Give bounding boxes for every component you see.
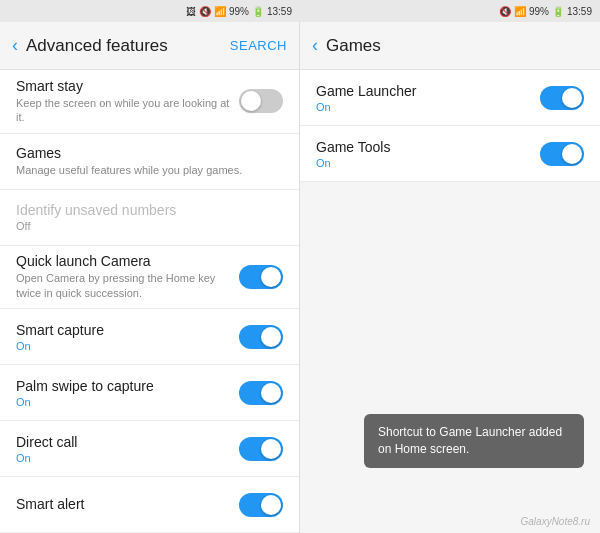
palm-swipe-text: Palm swipe to capture On (16, 378, 231, 408)
game-launcher-text: Game Launcher On (316, 83, 532, 113)
smart-alert-title: Smart alert (16, 496, 231, 512)
smart-capture-thumb (261, 327, 281, 347)
smart-stay-text: Smart stay Keep the screen on while you … (16, 78, 231, 125)
right-panel-content: Game Launcher On Game Tools On (300, 70, 600, 533)
status-bar-right: 🔇 📶 99% 🔋 13:59 (300, 0, 600, 22)
right-signal-icons: 🔇 📶 99% (499, 6, 549, 17)
right-panel: ‹ Games Game Launcher On Game Tools On (300, 22, 600, 533)
game-tools-text: Game Tools On (316, 139, 532, 169)
panels: ‹ Advanced features SEARCH Smart stay Ke… (0, 22, 600, 533)
game-tools-status: On (316, 157, 532, 169)
left-time: 13:59 (267, 6, 292, 17)
left-panel-title: Advanced features (26, 36, 230, 56)
watermark: GalaxyNote8.ru (521, 516, 590, 527)
palm-swipe-status: On (16, 396, 231, 408)
settings-item-identify-unsaved: Identify unsaved numbers Off (0, 190, 299, 246)
quick-launch-text: Quick launch Camera Open Camera by press… (16, 253, 231, 300)
smart-stay-desc: Keep the screen on while you are looking… (16, 96, 231, 125)
right-time: 13:59 (567, 6, 592, 17)
palm-swipe-toggle[interactable] (239, 381, 283, 405)
palm-swipe-thumb (261, 383, 281, 403)
settings-item-game-tools[interactable]: Game Tools On (300, 126, 600, 182)
game-launcher-thumb (562, 88, 582, 108)
status-bar: 🖼 🔇 📶 99% 🔋 13:59 🔇 📶 99% 🔋 13:59 (0, 0, 600, 22)
identify-unsaved-status: Off (16, 220, 283, 232)
settings-item-smart-alert[interactable]: Smart alert (0, 477, 299, 533)
smart-alert-toggle[interactable] (239, 493, 283, 517)
games-text: Games Manage useful features while you p… (16, 145, 283, 177)
right-status-icons: 🔇 📶 99% 🔋 13:59 (499, 6, 592, 17)
left-status-icons: 🖼 🔇 📶 99% 🔋 13:59 (186, 6, 292, 17)
games-desc: Manage useful features while you play ga… (16, 163, 283, 177)
settings-item-direct-call[interactable]: Direct call On (0, 421, 299, 477)
smart-capture-status: On (16, 340, 231, 352)
left-battery: 🔋 (252, 6, 264, 17)
identify-unsaved-title: Identify unsaved numbers (16, 202, 283, 218)
right-panel-title: Games (326, 36, 588, 56)
left-signal-icons: 🔇 📶 99% (199, 6, 249, 17)
quick-launch-toggle[interactable] (239, 265, 283, 289)
identify-unsaved-text: Identify unsaved numbers Off (16, 202, 283, 232)
direct-call-thumb (261, 439, 281, 459)
settings-item-palm-swipe[interactable]: Palm swipe to capture On (0, 365, 299, 421)
screenshot-icon: 🖼 (186, 6, 196, 17)
smart-capture-text: Smart capture On (16, 322, 231, 352)
game-tools-toggle[interactable] (540, 142, 584, 166)
direct-call-status: On (16, 452, 231, 464)
settings-item-smart-stay[interactable]: Smart stay Keep the screen on while you … (0, 70, 299, 134)
games-title: Games (16, 145, 283, 161)
right-back-button[interactable]: ‹ (312, 35, 318, 56)
quick-launch-thumb (261, 267, 281, 287)
game-launcher-title: Game Launcher (316, 83, 532, 99)
direct-call-title: Direct call (16, 434, 231, 450)
settings-item-smart-capture[interactable]: Smart capture On (0, 309, 299, 365)
smart-capture-title: Smart capture (16, 322, 231, 338)
right-panel-header: ‹ Games (300, 22, 600, 70)
search-button[interactable]: SEARCH (230, 38, 287, 53)
tooltip: Shortcut to Game Launcher added on Home … (364, 414, 584, 468)
smart-stay-title: Smart stay (16, 78, 231, 94)
quick-launch-title: Quick launch Camera (16, 253, 231, 269)
left-back-button[interactable]: ‹ (12, 35, 18, 56)
settings-item-games[interactable]: Games Manage useful features while you p… (0, 134, 299, 190)
smart-alert-thumb (261, 495, 281, 515)
smart-alert-text: Smart alert (16, 496, 231, 514)
smart-capture-toggle[interactable] (239, 325, 283, 349)
status-bar-left: 🖼 🔇 📶 99% 🔋 13:59 (0, 0, 300, 22)
game-launcher-toggle[interactable] (540, 86, 584, 110)
quick-launch-desc: Open Camera by pressing the Home key twi… (16, 271, 231, 300)
direct-call-text: Direct call On (16, 434, 231, 464)
right-battery: 🔋 (552, 6, 564, 17)
game-tools-title: Game Tools (316, 139, 532, 155)
direct-call-toggle[interactable] (239, 437, 283, 461)
game-launcher-status: On (316, 101, 532, 113)
left-panel: ‹ Advanced features SEARCH Smart stay Ke… (0, 22, 300, 533)
palm-swipe-title: Palm swipe to capture (16, 378, 231, 394)
settings-item-game-launcher[interactable]: Game Launcher On (300, 70, 600, 126)
smart-stay-toggle[interactable] (239, 89, 283, 113)
settings-item-quick-launch[interactable]: Quick launch Camera Open Camera by press… (0, 246, 299, 310)
left-panel-header: ‹ Advanced features SEARCH (0, 22, 299, 70)
game-tools-thumb (562, 144, 582, 164)
